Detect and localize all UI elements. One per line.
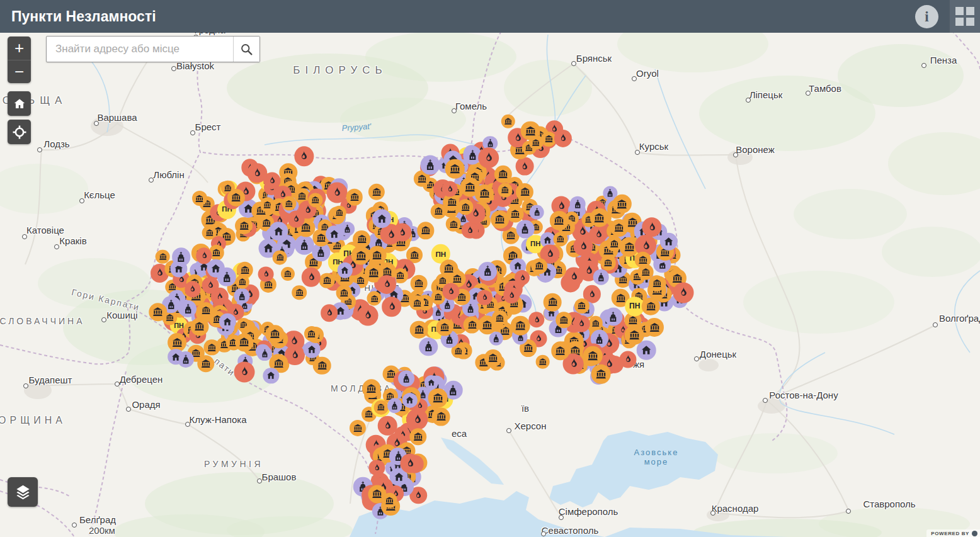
- marker-bank[interactable]: [642, 297, 660, 315]
- marker-bank[interactable]: [197, 355, 214, 372]
- marker-bank[interactable]: [227, 189, 245, 206]
- marker-bank[interactable]: [436, 319, 453, 336]
- marker-civic[interactable]: [263, 368, 279, 383]
- marker-flame[interactable]: [574, 236, 593, 256]
- marker-bank[interactable]: [478, 316, 497, 335]
- marker-bank[interactable]: [556, 312, 572, 328]
- marker-flame[interactable]: [285, 346, 305, 366]
- layers-button[interactable]: [8, 477, 38, 507]
- marker-bank[interactable]: [353, 230, 371, 248]
- marker-bank[interactable]: [521, 122, 540, 141]
- marker-bank[interactable]: [409, 428, 426, 445]
- marker-flame[interactable]: [327, 183, 348, 203]
- marker-civic[interactable]: [570, 196, 586, 212]
- marker-flame[interactable]: [247, 163, 267, 183]
- marker-bank[interactable]: [649, 275, 665, 291]
- marker-bank[interactable]: [351, 246, 370, 265]
- marker-flame[interactable]: [477, 290, 493, 305]
- marker-bank[interactable]: [583, 346, 603, 366]
- marker-flame[interactable]: [515, 157, 533, 176]
- marker-bank[interactable]: [484, 349, 502, 367]
- marker-civic[interactable]: [172, 247, 191, 266]
- home-button[interactable]: [8, 91, 31, 116]
- marker-bank[interactable]: [304, 326, 319, 341]
- marker-civic[interactable]: [421, 155, 440, 174]
- marker-bank[interactable]: [612, 195, 631, 213]
- marker-flame[interactable]: [573, 315, 590, 332]
- marker-bank[interactable]: [192, 191, 207, 206]
- marker-bank[interactable]: [591, 365, 611, 384]
- marker-bank[interactable]: [292, 285, 307, 300]
- search-input[interactable]: [47, 37, 233, 62]
- marker-bank[interactable]: [544, 293, 562, 312]
- marker-flame[interactable]: [515, 270, 530, 285]
- marker-bank[interactable]: [498, 183, 512, 197]
- marker-bank[interactable]: [532, 258, 548, 274]
- marker-flame[interactable]: [503, 287, 520, 303]
- marker-bank[interactable]: [431, 203, 447, 219]
- marker-flame[interactable]: [288, 210, 305, 227]
- marker-civic[interactable]: [168, 349, 185, 365]
- marker-bank[interactable]: [432, 408, 450, 426]
- marker-civic[interactable]: [530, 205, 544, 220]
- marker-civic[interactable]: [637, 341, 656, 360]
- marker-civic[interactable]: [593, 269, 609, 285]
- marker-flame[interactable]: [673, 283, 694, 303]
- zoom-out-button[interactable]: −: [8, 60, 31, 83]
- marker-civic[interactable]: [478, 262, 497, 281]
- marker-flame[interactable]: [407, 409, 428, 430]
- zoom-in-button[interactable]: +: [8, 37, 31, 60]
- marker-bank[interactable]: [367, 291, 382, 306]
- marker-bank[interactable]: [501, 114, 515, 128]
- marker-civic[interactable]: [257, 346, 272, 361]
- marker-flame[interactable]: [258, 266, 274, 282]
- marker-bank[interactable]: [428, 388, 448, 408]
- marker-bank[interactable]: [460, 178, 480, 197]
- locate-button[interactable]: [8, 120, 31, 144]
- marker-flame[interactable]: [554, 129, 572, 147]
- marker-bank[interactable]: [382, 493, 398, 509]
- marker-flame[interactable]: [294, 147, 314, 166]
- marker-flame[interactable]: [357, 305, 378, 325]
- marker-bank[interactable]: [235, 217, 253, 235]
- marker-flame[interactable]: [462, 222, 479, 239]
- marker-bank[interactable]: [507, 205, 524, 222]
- marker-bank[interactable]: [606, 236, 622, 252]
- marker-bank[interactable]: [336, 285, 352, 301]
- marker-bank[interactable]: [645, 318, 664, 337]
- marker-bank[interactable]: [535, 354, 550, 369]
- marker-civic[interactable]: [295, 235, 314, 255]
- marker-flame[interactable]: [382, 297, 402, 317]
- marker-bank[interactable]: [511, 316, 530, 336]
- marker-bank[interactable]: [554, 232, 568, 246]
- marker-bank[interactable]: [282, 196, 296, 211]
- marker-civic[interactable]: [304, 341, 321, 358]
- marker-flame[interactable]: [442, 181, 458, 197]
- marker-bank[interactable]: [411, 275, 428, 292]
- marker-civic[interactable]: [604, 308, 622, 326]
- marker-bank[interactable]: [610, 219, 628, 237]
- marker-bank[interactable]: [516, 183, 533, 201]
- marker-bank[interactable]: [417, 222, 434, 239]
- marker-bank[interactable]: [446, 217, 462, 232]
- marker-flame[interactable]: [478, 147, 499, 169]
- marker-flame[interactable]: [528, 312, 544, 327]
- info-button[interactable]: i: [915, 5, 938, 28]
- marker-flame[interactable]: [321, 304, 338, 322]
- marker-bank[interactable]: [409, 296, 424, 311]
- marker-civic[interactable]: [326, 225, 343, 243]
- marker-bank[interactable]: [313, 357, 331, 375]
- marker-bank[interactable]: [319, 273, 335, 288]
- search-button[interactable]: [233, 37, 259, 62]
- marker-bank[interactable]: [204, 339, 220, 355]
- marker-civic[interactable]: [419, 337, 438, 356]
- marker-civic[interactable]: [179, 300, 197, 318]
- marker-bank[interactable]: [368, 246, 387, 264]
- marker-bank[interactable]: [410, 320, 428, 339]
- marker-bank[interactable]: [625, 325, 644, 345]
- marker-flame[interactable]: [302, 268, 321, 286]
- marker-bank[interactable]: [634, 251, 651, 268]
- marker-bank[interactable]: [368, 184, 385, 200]
- marker-civic[interactable]: [398, 370, 414, 387]
- marker-flame[interactable]: [202, 277, 219, 294]
